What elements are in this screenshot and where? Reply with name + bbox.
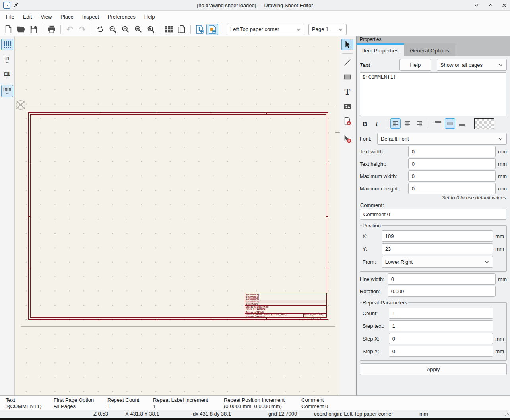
maximize-icon[interactable]: [488, 3, 493, 8]
coord-origin-select[interactable]: Left Top paper corner: [227, 24, 304, 35]
units-mm-button[interactable]: mm ↔: [1, 85, 13, 97]
menu-edit[interactable]: Edit: [19, 12, 36, 21]
page-settings-icon[interactable]: [176, 24, 188, 35]
title-block-kicad-version[interactable]: ${KICAD_VERSION}: [245, 316, 303, 318]
menu-view[interactable]: View: [36, 12, 56, 21]
delete-tool-button[interactable]: [341, 133, 353, 145]
tab-item-properties[interactable]: Item Properties: [357, 43, 405, 56]
redo-icon[interactable]: ↷: [76, 24, 88, 35]
tool-separator: [342, 53, 353, 54]
drawing-canvas[interactable]: ${COMMENT4} ${COMMENT3} ${COMMENT2} ${CO…: [15, 36, 340, 395]
position-y-unit: mm: [493, 246, 504, 252]
refresh-icon[interactable]: [94, 24, 106, 35]
rotation-input[interactable]: [388, 286, 496, 297]
bold-button[interactable]: B: [360, 118, 370, 129]
align-center-button[interactable]: [402, 118, 413, 129]
properties-panel-title[interactable]: Properties: [357, 36, 510, 43]
help-button[interactable]: Help: [399, 59, 431, 71]
tab-general-options[interactable]: General Options: [404, 43, 455, 56]
comment-input[interactable]: [360, 209, 506, 220]
zoom-fit-icon[interactable]: [132, 24, 144, 35]
page-import-icon: [343, 117, 352, 126]
units-mils-button[interactable]: mil ↔: [1, 70, 13, 81]
menu-preferences[interactable]: Preferences: [103, 12, 140, 21]
align-center-icon: [404, 121, 411, 126]
properties-panel: Properties Item Properties General Optio…: [356, 36, 510, 395]
coord-origin-value: Left Top paper corner: [230, 26, 279, 32]
zoom-selection-icon[interactable]: [145, 24, 157, 35]
valign-top-button[interactable]: [433, 118, 443, 129]
show-placeholder-text-icon[interactable]: [194, 24, 206, 35]
select-tool-button[interactable]: [341, 39, 353, 50]
zoom-in-icon[interactable]: [107, 24, 119, 35]
menu-place[interactable]: Place: [56, 12, 78, 21]
undo-icon[interactable]: ↶: [64, 24, 76, 35]
page-select[interactable]: Page 1: [308, 24, 347, 35]
pin-icon[interactable]: [14, 2, 19, 8]
align-left-button[interactable]: [390, 118, 401, 129]
title-block-id[interactable]: Id: ${#}/${##}: [304, 316, 326, 319]
zoom-out-icon[interactable]: [120, 24, 132, 35]
show-preview-data-icon[interactable]: [206, 24, 218, 35]
open-sheet-icon[interactable]: [15, 24, 27, 35]
position-x-label: X:: [363, 233, 382, 239]
valign-bottom-icon: [459, 121, 465, 126]
position-group: Position X: mm Y: mm From: Lower: [360, 223, 507, 272]
step-y-input[interactable]: [389, 346, 493, 357]
append-sheet-tool-button[interactable]: [341, 115, 353, 127]
chevron-down-icon: [498, 62, 503, 68]
status-zoom: Z 0.53: [93, 411, 108, 417]
resize-grip[interactable]: [504, 411, 509, 416]
menu-help[interactable]: Help: [140, 12, 159, 21]
grid-toggle-button[interactable]: [1, 39, 13, 50]
font-select[interactable]: Default Font: [377, 133, 507, 145]
info-repeat-count-col: Repeat Count 1: [107, 397, 139, 409]
align-right-button[interactable]: [414, 118, 425, 129]
valign-middle-button[interactable]: [445, 118, 455, 129]
title-block-rev[interactable]: Rev: ${REVISION}: [304, 314, 326, 316]
max-width-input[interactable]: [408, 170, 496, 182]
text-height-input[interactable]: [408, 158, 496, 169]
valign-top-icon: [435, 121, 441, 126]
text-width-input[interactable]: [408, 146, 496, 157]
menu-inspect[interactable]: Inspect: [78, 12, 103, 21]
italic-button[interactable]: I: [372, 118, 382, 129]
step-x-label: Step X:: [363, 336, 389, 342]
units-inches-button[interactable]: in ↔: [1, 54, 13, 66]
save-icon[interactable]: [28, 24, 40, 35]
print-icon[interactable]: [46, 24, 58, 35]
step-text-input[interactable]: [389, 320, 493, 331]
minimize-icon[interactable]: [474, 3, 479, 8]
title-block[interactable]: ${COMMENT4} ${COMMENT3} ${COMMENT2} ${CO…: [245, 293, 327, 318]
add-text-tool-button[interactable]: T: [341, 86, 353, 98]
step-x-input[interactable]: [389, 333, 493, 344]
chevron-down-icon: [498, 136, 503, 141]
new-sheet-icon[interactable]: [2, 24, 14, 35]
info-repeat-label-col: Repeat Label Increment 1: [153, 397, 208, 409]
page-edge-line: [335, 132, 340, 133]
tool-separator: [342, 130, 353, 130]
line-width-input[interactable]: [388, 273, 496, 285]
max-height-input[interactable]: [408, 183, 496, 194]
position-x-unit: mm: [493, 233, 504, 239]
valign-bottom-button[interactable]: [457, 118, 467, 129]
title-block-title[interactable]: Title: ${TITLE}: [245, 310, 326, 313]
text-color-swatch[interactable]: [474, 118, 494, 129]
info-repeat-position-col: Repeat Position Increment (0.0000 mm, 0.…: [224, 397, 285, 409]
draw-rectangle-tool-button[interactable]: [341, 71, 353, 83]
close-icon[interactable]: [502, 3, 507, 8]
text-content-input[interactable]: ${COMMENT1}: [360, 72, 506, 116]
repeat-count-input[interactable]: [389, 308, 493, 319]
info-text-col: Text ${COMMENT1}: [6, 397, 41, 409]
position-y-input[interactable]: [382, 243, 493, 254]
position-from-select[interactable]: Lower Right: [382, 256, 493, 268]
menu-file[interactable]: File: [2, 12, 19, 21]
preview-settings-icon[interactable]: [163, 24, 175, 35]
position-x-input[interactable]: [382, 230, 493, 242]
valign-middle-icon: [447, 121, 453, 126]
text-height-label: Text height:: [360, 161, 408, 167]
visibility-select[interactable]: Show on all pages: [437, 59, 507, 71]
draw-line-tool-button[interactable]: [341, 56, 353, 68]
add-image-tool-button[interactable]: [341, 101, 353, 112]
apply-button[interactable]: Apply: [360, 363, 507, 375]
